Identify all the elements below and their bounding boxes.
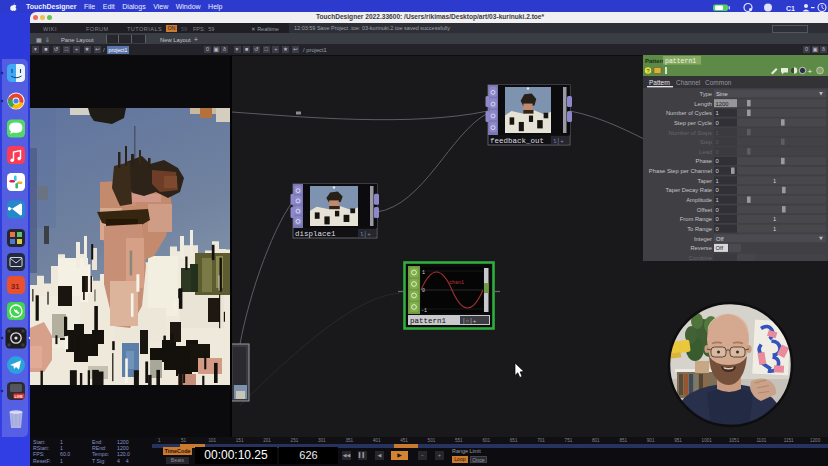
svg-text:0: 0 [716, 168, 719, 174]
svg-text:Amplitude: Amplitude [686, 197, 712, 203]
svg-text:Length: Length [694, 101, 712, 107]
svg-text:0: 0 [716, 226, 719, 232]
svg-text:Sine: Sine [716, 91, 728, 97]
svg-text:Taper Decay Rate: Taper Decay Rate [666, 187, 712, 193]
svg-text:31: 31 [11, 282, 19, 291]
svg-text:Number of Cycles: Number of Cycles [666, 110, 712, 116]
svg-text:1200: 1200 [716, 101, 729, 107]
svg-text:Step: Step [700, 139, 712, 145]
svg-text:chan1: chan1 [449, 280, 464, 286]
svg-text:Combine: Combine [689, 255, 712, 261]
svg-text:LIVE: LIVE [15, 395, 24, 399]
svg-text:1: 1 [773, 226, 776, 232]
svg-text:Pattern: Pattern [645, 58, 666, 64]
svg-text:1: 1 [773, 216, 776, 222]
svg-text:1: 1 [422, 270, 425, 276]
svg-text:0: 0 [716, 158, 719, 164]
svg-text:l│+: l│+ [553, 138, 564, 145]
svg-text:0: 0 [716, 149, 719, 155]
svg-text:0: 0 [716, 187, 719, 193]
svg-text:Channel: Channel [676, 79, 701, 86]
svg-text:pattern1: pattern1 [410, 317, 447, 325]
svg-text:Off: Off [716, 236, 724, 242]
svg-text:Type: Type [699, 91, 712, 97]
svg-text:C1: C1 [786, 5, 795, 12]
svg-text:0: 0 [716, 207, 719, 213]
svg-text:+: + [808, 67, 813, 76]
svg-text:│○│+: │○│+ [462, 318, 477, 325]
svg-text:Phase Step per Channel: Phase Step per Channel [649, 168, 712, 174]
svg-text:Lead: Lead [699, 149, 712, 155]
svg-text:l│+: l│+ [360, 231, 371, 238]
svg-text:To Range: To Range [687, 226, 712, 232]
svg-text:Step per Cycle: Step per Cycle [674, 120, 712, 126]
svg-text:displace1: displace1 [295, 230, 336, 238]
svg-text:1: 1 [716, 130, 719, 136]
svg-text:0: 0 [716, 216, 719, 222]
svg-text:Offset: Offset [697, 207, 713, 213]
svg-text:?: ? [646, 68, 649, 74]
svg-text:1: 1 [716, 110, 719, 116]
svg-text:0: 0 [422, 288, 425, 294]
svg-text:1: 1 [773, 178, 776, 184]
svg-text:0: 0 [716, 120, 719, 126]
svg-text:0: 0 [716, 139, 719, 145]
svg-text:Pattern: Pattern [649, 79, 670, 86]
svg-text:Phase: Phase [696, 158, 712, 164]
svg-text:Common: Common [705, 79, 732, 86]
svg-text:-1: -1 [421, 308, 427, 314]
svg-text:From Range: From Range [680, 216, 712, 222]
svg-text:Taper: Taper [697, 178, 712, 184]
svg-text:Reverse: Reverse [690, 245, 712, 251]
svg-text:feedback_out: feedback_out [490, 137, 544, 145]
svg-text:Off: Off [716, 245, 724, 251]
svg-text:1: 1 [716, 197, 719, 203]
svg-text:Integer: Integer [694, 236, 712, 242]
svg-text:1: 1 [716, 178, 719, 184]
svg-text:Number of Steps: Number of Steps [669, 130, 713, 136]
svg-text:pattern1: pattern1 [665, 58, 696, 65]
